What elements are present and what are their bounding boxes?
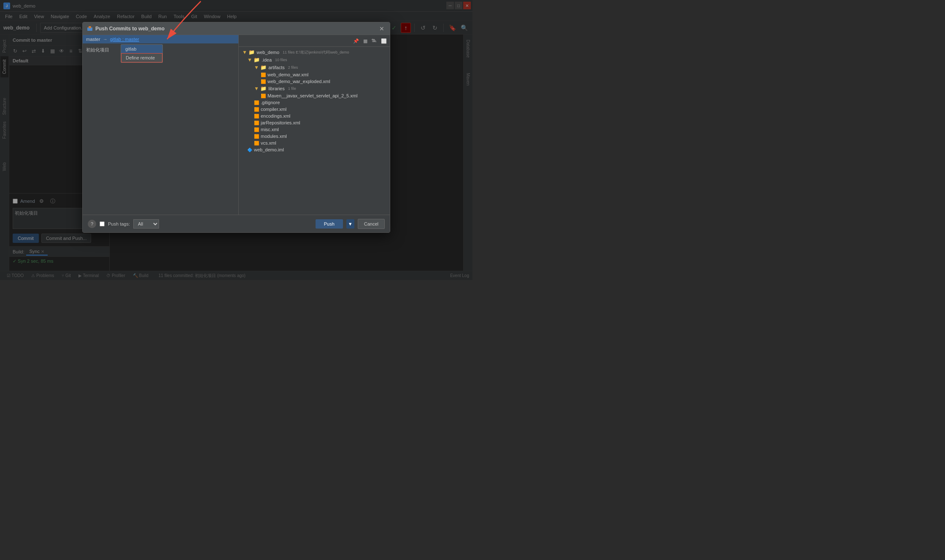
grid-button[interactable]: ▦ [361, 37, 370, 45]
modal-title-bar: Push Commits to web_demo ✕ [83, 22, 390, 35]
remote-branch: master [125, 37, 139, 42]
modal-footer: ? Push tags: All None Push ▼ Cancel [83, 215, 390, 232]
libraries-label: libraries [268, 86, 285, 91]
help-button[interactable]: ? [88, 220, 96, 228]
tree-libraries[interactable]: ▼ 📁 libraries 1 file [239, 85, 390, 92]
file-gitignore-label: .gitignore [261, 100, 280, 105]
artifacts-folder-icon: ▼ 📁 [254, 65, 267, 70]
push-commits-modal: Push Commits to web_demo ✕ master → gitl… [82, 22, 390, 233]
file-icon-gitignore: 🟧 [254, 100, 259, 105]
idea-folder-icon: ▼ 📁 [247, 57, 260, 63]
edit-button[interactable]: ✎ [370, 37, 379, 45]
commit-list-area: 初始化项目 [83, 43, 238, 215]
tree-artifacts[interactable]: ▼ 📁 artifacts 2 files [239, 64, 390, 71]
root-folder-icon: ▼ 📁 [242, 49, 255, 55]
file-icon-encodings: 🟧 [254, 114, 259, 118]
window-button[interactable]: ⬜ [380, 37, 388, 45]
file-tree: ▼ 📁 web_demo 11 files E:\笔记\jenkins\代码\w… [239, 47, 390, 215]
modal-body: master → gitlab : master gitlab Define r… [83, 35, 390, 215]
artifacts-badge: 2 files [288, 65, 298, 70]
file-war-xml-label: web_demo_war.xml [267, 72, 308, 77]
idea-label: .idea [262, 57, 272, 62]
file-compiler-label: compiler.xml [261, 107, 286, 112]
tree-file-iml[interactable]: 🔷 web_demo.iml [239, 146, 390, 153]
file-iml-label: web_demo.iml [254, 147, 284, 152]
file-encodings-label: encodings.xml [261, 113, 290, 118]
file-maven-servlet-label: Maven__javax_servlet_servlet_api_2_5.xml [267, 93, 357, 98]
modal-left-panel: master → gitlab : master gitlab Define r… [83, 35, 239, 215]
dropdown-item-gitlab[interactable]: gitlab [121, 45, 162, 53]
cancel-button[interactable]: Cancel [358, 219, 385, 229]
file-icon-compiler: 🟧 [254, 107, 259, 112]
tree-file-encodings[interactable]: 🟧 encodings.xml [239, 113, 390, 119]
file-icon-iml: 🔷 [247, 148, 252, 152]
file-misc-label: misc.xml [261, 127, 279, 132]
file-jar-repos-label: jarRepositories.xml [261, 120, 300, 125]
push-dropdown-button[interactable]: ▼ [346, 219, 354, 229]
modal-left-toolbar: 📌 ▦ ✎ ⬜ [350, 35, 390, 47]
push-tags-label: Push tags: [108, 221, 130, 226]
branch-arrow-icon: → [103, 37, 108, 42]
idea-badge: 10 files [275, 58, 287, 62]
push-tags-select[interactable]: All None [133, 219, 159, 229]
file-icon-misc: 🟧 [254, 127, 259, 132]
modal-overlay: Push Commits to web_demo ✕ master → gitl… [0, 0, 472, 280]
tree-file-modules[interactable]: 🟧 modules.xml [239, 133, 390, 140]
remote-name: gitlab [110, 37, 121, 42]
modal-right-panel: ⇅ ⇄ ▼ 📁 web_demo 11 files E:\笔记\jenkins\… [239, 35, 390, 215]
file-icon-war-exploded: 🟧 [261, 79, 266, 84]
artifacts-label: artifacts [268, 65, 285, 70]
pin-button[interactable]: 📌 [352, 37, 360, 45]
root-badge: 11 files E:\笔记\jenkins\代码\web_demo [283, 50, 349, 55]
svg-rect-1 [89, 26, 91, 28]
root-label: web_demo [256, 50, 279, 55]
modal-title-text: Push Commits to web_demo [95, 26, 165, 32]
push-button[interactable]: Push [316, 219, 343, 229]
file-icon-maven-servlet: 🟧 [261, 94, 266, 98]
tree-file-vcs[interactable]: 🟧 vcs.xml [239, 140, 390, 146]
dropdown-item-define-remote[interactable]: Define remote [121, 53, 162, 62]
modal-title-icon [87, 26, 93, 32]
tree-file-jar-repos[interactable]: 🟧 jarRepositories.xml [239, 119, 390, 126]
tree-idea[interactable]: ▼ 📁 .idea 10 files [239, 56, 390, 64]
file-war-exploded-label: web_demo_war_exploded.xml [267, 79, 330, 84]
file-icon-jar-repos: 🟧 [254, 121, 259, 125]
tree-file-war-xml[interactable]: 🟧 web_demo_war.xml [239, 71, 390, 78]
tree-root[interactable]: ▼ 📁 web_demo 11 files E:\笔记\jenkins\代码\w… [239, 48, 390, 56]
branch-remote-full: gitlab : master [110, 37, 139, 42]
push-tags-checkbox[interactable] [100, 221, 105, 226]
libraries-badge: 1 file [288, 86, 296, 91]
tree-file-gitignore[interactable]: 🟧 .gitignore [239, 99, 390, 106]
file-icon-vcs: 🟧 [254, 141, 259, 145]
tree-file-war-exploded[interactable]: 🟧 web_demo_war_exploded.xml [239, 78, 390, 85]
libraries-folder-icon: ▼ 📁 [254, 86, 267, 92]
commit-item-label: 初始化项目 [86, 47, 109, 52]
remote-dropdown-menu: gitlab Define remote [121, 44, 163, 63]
file-icon-modules: 🟧 [254, 134, 259, 139]
file-vcs-label: vcs.xml [261, 140, 276, 145]
tree-file-misc[interactable]: 🟧 misc.xml [239, 126, 390, 133]
push-icon [87, 26, 93, 32]
modal-close-button[interactable]: ✕ [378, 25, 386, 32]
branch-local-label: master [86, 37, 100, 42]
modal-left-header: master → gitlab : master gitlab Define r… [83, 35, 238, 43]
file-icon-war-xml: 🟧 [261, 73, 266, 77]
tree-file-maven-servlet[interactable]: 🟧 Maven__javax_servlet_servlet_api_2_5.x… [239, 92, 390, 99]
file-modules-label: modules.xml [261, 134, 287, 139]
tree-file-compiler[interactable]: 🟧 compiler.xml [239, 106, 390, 113]
